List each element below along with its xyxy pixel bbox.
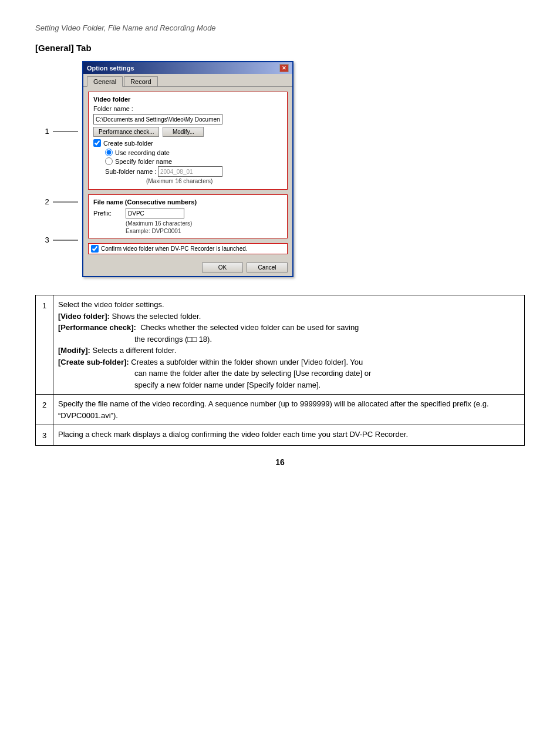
prefix-label: Prefix: bbox=[93, 210, 126, 217]
video-folder-bold: [Video folder]: bbox=[58, 312, 110, 321]
cancel-button[interactable]: Cancel bbox=[247, 263, 288, 272]
confirm-checkbox-label: Confirm video folder when DV-PC Recorder… bbox=[101, 245, 248, 252]
desc-row-2: 2 Specify the file name of the video rec… bbox=[36, 395, 525, 425]
desc-number-1: 1 bbox=[36, 295, 53, 395]
create-subfolder-bold: [Create sub-folder]: bbox=[58, 358, 129, 366]
perf-check-bold: [Performance check]: bbox=[58, 323, 136, 332]
dialog-title: Option settings bbox=[87, 65, 134, 72]
use-recording-date-label: Use recording date bbox=[115, 149, 170, 156]
video-folder-section: Video folder Folder name : Performance c… bbox=[88, 92, 288, 190]
dialog-area: 1 2 3 Option settings ✕ General Record V… bbox=[35, 61, 525, 277]
desc-content-3: Placing a check mark displays a dialog c… bbox=[53, 425, 525, 446]
file-name-section: File name (Consecutive numbers) Prefix: … bbox=[88, 194, 288, 238]
use-recording-date-row: Use recording date bbox=[105, 149, 282, 156]
specify-folder-name-radio[interactable] bbox=[105, 157, 113, 165]
video-folder-title: Video folder bbox=[93, 96, 282, 103]
folder-buttons-row: Performance check... Modify... bbox=[93, 127, 282, 137]
callout-1-text: 1 bbox=[45, 127, 49, 136]
folder-path-input[interactable] bbox=[93, 114, 222, 124]
description-table: 1 Select the video folder settings. [Vid… bbox=[35, 295, 525, 446]
dialog-tabs: General Record bbox=[83, 74, 292, 87]
subfolder-name-row: Sub-folder name : bbox=[105, 166, 282, 177]
modify-bold: [Modify]: bbox=[58, 346, 90, 355]
confirm-checkbox-row: Confirm video folder when DV-PC Recorder… bbox=[88, 243, 288, 254]
use-recording-date-radio[interactable] bbox=[105, 149, 113, 156]
performance-check-button[interactable]: Performance check... bbox=[93, 127, 159, 137]
folder-name-label: Folder name : bbox=[93, 105, 133, 112]
modify-button[interactable]: Modify... bbox=[163, 127, 204, 137]
desc-content-2: Specify the file name of the video recor… bbox=[53, 395, 525, 425]
file-name-max-chars: (Maximum 16 characters) bbox=[126, 220, 282, 227]
create-subfolder-checkbox[interactable] bbox=[93, 139, 101, 147]
confirm-checkbox[interactable] bbox=[91, 245, 99, 253]
desc-content-1: Select the video folder settings. [Video… bbox=[53, 295, 525, 395]
folder-name-row: Folder name : bbox=[93, 105, 282, 112]
option-settings-dialog: Option settings ✕ General Record Video f… bbox=[82, 61, 294, 277]
desc-number-3: 3 bbox=[36, 425, 53, 446]
tab-general[interactable]: General bbox=[87, 76, 123, 87]
file-name-example: Example: DVPC0001 bbox=[126, 228, 282, 234]
file-name-title: File name (Consecutive numbers) bbox=[93, 198, 282, 206]
subfolder-name-label: Sub-folder name : bbox=[105, 168, 158, 175]
create-subfolder-label: Create sub-folder bbox=[103, 140, 153, 147]
dialog-content: Video folder Folder name : Performance c… bbox=[83, 87, 292, 259]
dialog-bottom-buttons: OK Cancel bbox=[83, 259, 292, 276]
specify-folder-name-label: Specify folder name bbox=[115, 158, 172, 165]
subfolder-name-input[interactable] bbox=[158, 166, 222, 177]
specify-folder-name-row: Specify folder name bbox=[105, 157, 282, 165]
callout-3-text: 3 bbox=[45, 235, 49, 244]
desc-row-3: 3 Placing a check mark displays a dialog… bbox=[36, 425, 525, 446]
folder-path-row bbox=[93, 114, 282, 124]
ok-button[interactable]: OK bbox=[202, 263, 243, 272]
video-folder-max-chars: (Maximum 16 characters) bbox=[146, 178, 282, 184]
callout-lines-svg: 1 2 3 bbox=[35, 61, 88, 284]
page-heading: Setting Video Folder, File Name and Reco… bbox=[35, 23, 525, 32]
desc-row-1: 1 Select the video folder settings. [Vid… bbox=[36, 295, 525, 395]
create-subfolder-row: Create sub-folder bbox=[93, 139, 282, 147]
page-number: 16 bbox=[35, 457, 525, 467]
prefix-input[interactable] bbox=[126, 208, 184, 218]
dialog-title-bar: Option settings ✕ bbox=[83, 62, 292, 74]
callout-2-text: 2 bbox=[45, 197, 49, 206]
desc-number-2: 2 bbox=[36, 395, 53, 425]
tab-record[interactable]: Record bbox=[124, 76, 157, 86]
section-title: [General] Tab bbox=[35, 43, 525, 53]
prefix-row: Prefix: bbox=[93, 208, 282, 218]
dialog-close-button[interactable]: ✕ bbox=[279, 64, 289, 72]
